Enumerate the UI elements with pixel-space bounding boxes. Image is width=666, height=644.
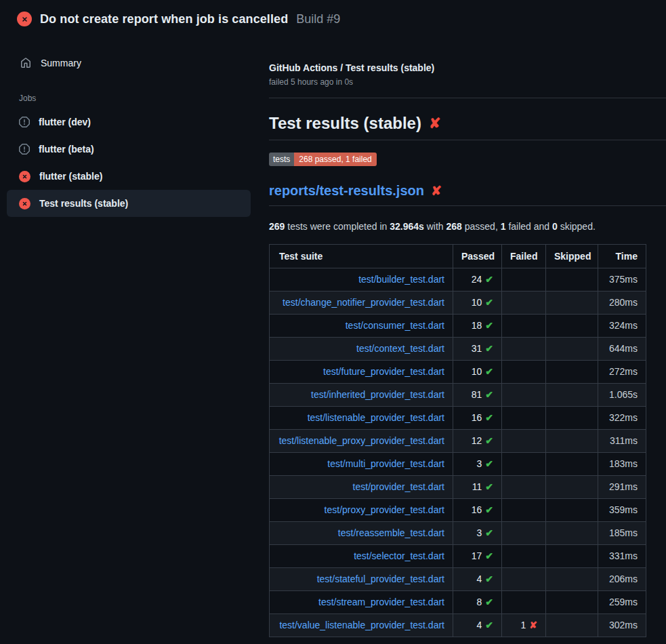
check-icon: ✔	[485, 366, 493, 377]
summary-text: failed and	[506, 221, 553, 232]
job-label: flutter (dev)	[39, 117, 91, 127]
skipped-cell	[546, 476, 598, 499]
skipped-cell	[546, 338, 598, 361]
passed-value: 10	[472, 366, 482, 377]
test-suite-link[interactable]: test/reassemble_test.dart	[338, 527, 444, 538]
check-icon: ✔	[485, 297, 493, 308]
passed-value: 31	[472, 343, 482, 354]
home-icon	[20, 58, 31, 68]
cancelled-icon	[19, 117, 30, 127]
build-header: Do not create report when job is cancell…	[0, 0, 666, 38]
passed-value: 11	[472, 481, 482, 492]
cross-icon: ✘	[529, 620, 537, 630]
time-value: 375ms	[598, 268, 646, 291]
summary-line: 269 tests were completed in 32.964s with…	[269, 221, 666, 232]
summary-text: tests were completed in	[285, 221, 390, 232]
col-header-passed: Passed	[453, 245, 502, 268]
section-title: Test results (stable) ✘	[269, 113, 666, 140]
workflow-run-title: Do not create report when job is cancell…	[40, 12, 288, 26]
check-icon: ✔	[485, 320, 493, 331]
time-value: 291ms	[598, 476, 646, 499]
time-value: 185ms	[598, 522, 646, 545]
table-row: test/listenable_provider_test.dart 16✔ ✘…	[270, 407, 646, 430]
passed-value: 16	[472, 412, 482, 423]
test-suite-link[interactable]: test/context_test.dart	[356, 343, 444, 354]
passed-value: 18	[472, 320, 482, 331]
passed-value: 3	[476, 527, 482, 538]
job-label: flutter (stable)	[39, 171, 102, 182]
check-icon: ✔	[485, 458, 493, 469]
passed-value: 24	[472, 274, 482, 285]
badge-value: 268 passed, 1 failed	[294, 153, 376, 166]
time-value: 272ms	[598, 361, 646, 384]
sidebar-item-flutter-stable[interactable]: flutter (stable)	[7, 163, 251, 190]
table-row: test/selector_test.dart 17✔ ✘ 331ms	[270, 545, 646, 568]
test-suite-link[interactable]: test/value_listenable_provider_test.dart	[279, 620, 444, 630]
skipped-cell	[546, 361, 598, 384]
breadcrumb: GitHub Actions / Test results (stable)	[269, 62, 666, 73]
test-suite-link[interactable]: test/listenable_proxy_provider_test.dart	[279, 435, 444, 446]
test-suite-link[interactable]: test/future_provider_test.dart	[323, 366, 444, 377]
table-row: test/provider_test.dart 11✔ ✘ 291ms	[270, 476, 646, 499]
table-row: test/value_listenable_provider_test.dart…	[270, 614, 646, 637]
job-label: Test results (stable)	[39, 198, 128, 209]
test-suite-link[interactable]: test/multi_provider_test.dart	[327, 458, 444, 469]
run-status-line: failed 5 hours ago in 0s	[269, 77, 666, 87]
sidebar-item-test-results-stable[interactable]: Test results (stable)	[7, 190, 251, 217]
time-value: 644ms	[598, 338, 646, 361]
time-value: 206ms	[598, 568, 646, 591]
test-suite-link[interactable]: test/builder_test.dart	[358, 274, 444, 285]
test-suite-link[interactable]: test/listenable_provider_test.dart	[308, 412, 444, 423]
failed-count: 1	[501, 221, 506, 232]
col-header-time: Time	[598, 245, 646, 268]
check-icon: ✔	[485, 435, 493, 446]
passed-value: 12	[472, 435, 482, 446]
skipped-cell	[546, 291, 598, 315]
time-value: 1.065s	[598, 384, 646, 407]
test-suite-link[interactable]: test/stateful_provider_test.dart	[317, 573, 444, 584]
skipped-cell	[546, 591, 598, 614]
passed-value: 16	[472, 504, 482, 515]
check-icon: ✔	[485, 504, 493, 515]
job-label: flutter (beta)	[39, 144, 94, 155]
time-value: 280ms	[598, 291, 646, 315]
sidebar-item-flutter-beta[interactable]: flutter (beta)	[7, 136, 251, 163]
badge-label: tests	[269, 153, 294, 166]
skipped-cell	[546, 499, 598, 522]
duration: 32.964s	[390, 221, 424, 232]
table-row: test/future_provider_test.dart 10✔ ✘ 272…	[270, 361, 646, 384]
results-table-body: test/builder_test.dart 24✔ ✘ 375ms test/…	[270, 268, 646, 637]
time-value: 183ms	[598, 453, 646, 476]
sidebar-item-summary[interactable]: Summary	[0, 54, 257, 72]
skipped-cell	[546, 614, 598, 637]
check-icon: ✔	[485, 389, 493, 400]
test-suite-link[interactable]: test/change_notifier_provider_test.dart	[283, 297, 444, 308]
skipped-cell	[546, 453, 598, 476]
test-suite-link[interactable]: test/proxy_provider_test.dart	[325, 504, 444, 515]
report-file-link[interactable]: reports/test-results.json	[269, 182, 424, 199]
test-suite-link[interactable]: test/inherited_provider_test.dart	[311, 389, 444, 400]
section-title-text: Test results (stable)	[269, 113, 421, 134]
time-value: 311ms	[598, 430, 646, 453]
skipped-cell	[546, 384, 598, 407]
passed-value: 4	[476, 620, 482, 630]
failed-x-icon: ✘	[431, 182, 442, 199]
table-row: test/builder_test.dart 24✔ ✘ 375ms	[270, 268, 646, 291]
passed-count: 268	[446, 221, 462, 232]
time-value: 359ms	[598, 499, 646, 522]
check-icon: ✔	[485, 343, 493, 354]
table-row: test/inherited_provider_test.dart 81✔ ✘ …	[270, 384, 646, 407]
table-row: test/consumer_test.dart 18✔ ✘ 324ms	[270, 315, 646, 338]
test-suite-link[interactable]: test/selector_test.dart	[354, 550, 444, 561]
test-suite-link[interactable]: test/stream_provider_test.dart	[318, 597, 444, 607]
table-row: test/proxy_provider_test.dart 16✔ ✘ 359m…	[270, 499, 646, 522]
skipped-cell	[546, 568, 598, 591]
skipped-cell	[546, 522, 598, 545]
test-suite-link[interactable]: test/consumer_test.dart	[346, 320, 444, 331]
check-icon: ✔	[485, 573, 493, 584]
passed-value: 4	[476, 573, 482, 584]
test-suite-link[interactable]: test/provider_test.dart	[353, 481, 444, 492]
build-number: Build #9	[296, 12, 340, 26]
sidebar-item-flutter-dev[interactable]: flutter (dev)	[7, 108, 251, 136]
skipped-cell	[546, 268, 598, 291]
